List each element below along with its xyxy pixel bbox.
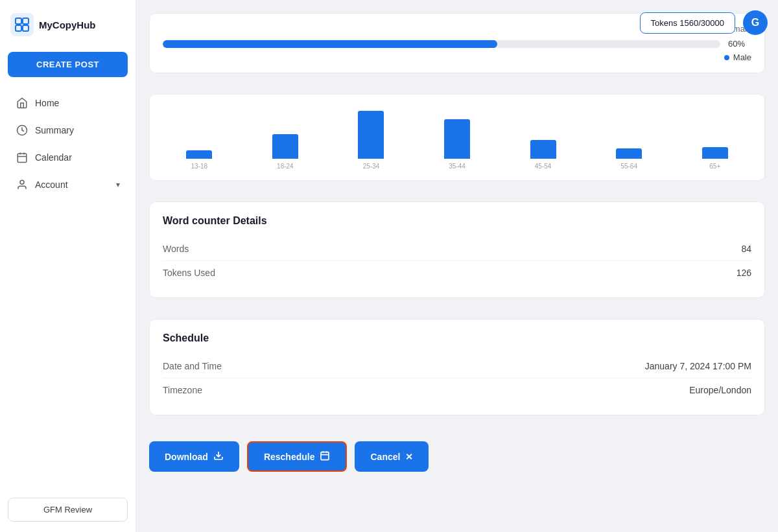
action-buttons: Download Reschedule Cancel [149,436,765,474]
sidebar-item-summary-label: Summary [35,125,74,135]
sidebar-item-home-label: Home [35,98,59,108]
main-content: Tokens 1560/30000 G Female 60% Male 13-1… [136,0,778,532]
timezone-label: Timezone [163,385,202,395]
bar-label: 45-54 [535,163,552,170]
home-icon [16,97,29,110]
bar-group: 25-34 [332,111,410,170]
bar-chart: 13-1818-2425-3435-4445-5455-6465+ [160,108,754,172]
cancel-icon: ✕ [405,452,413,462]
bar-label: 65+ [709,163,720,170]
calendar-icon [16,151,29,164]
tokens-used-label: Tokens Used [163,268,215,278]
bar-group: 18-24 [246,134,325,170]
header-right: Tokens 1560/30000 G [640,10,768,35]
progress-percentage: 60% [728,39,751,49]
bar [358,111,384,159]
bar-label: 55-64 [620,163,637,170]
bar-label: 25-34 [363,163,380,170]
sidebar-item-calendar[interactable]: Calendar [8,145,128,170]
svg-rect-2 [16,25,21,31]
bar-group: 45-54 [504,140,582,170]
chevron-down-icon: ▾ [116,180,120,189]
bar-label: 13-18 [191,163,208,170]
svg-rect-1 [23,18,29,24]
schedule-card: Schedule Date and Time January 7, 2024 1… [149,319,765,415]
tokens-used-value: 126 [737,268,751,278]
cancel-button[interactable]: Cancel ✕ [355,441,429,472]
sidebar-nav: Home Summary Calendar [8,90,128,199]
sidebar-bottom: GFM Review [8,498,128,522]
bar-group: 55-64 [590,148,668,170]
progress-bar-background [163,40,720,48]
timezone-row: Timezone Europe/London [163,378,751,402]
download-icon [213,450,224,463]
svg-rect-5 [18,154,27,163]
create-post-button[interactable]: CREATE POST [8,52,128,77]
words-value: 84 [741,244,751,254]
bar [530,140,556,159]
bar-group: 13-18 [160,150,239,170]
sidebar-item-account-label: Account [35,179,68,190]
logo-icon [10,13,34,36]
bar-label: 18-24 [277,163,294,170]
male-label: Male [733,52,751,62]
svg-rect-3 [23,25,29,31]
sidebar-item-calendar-label: Calendar [35,152,72,163]
account-icon [16,178,29,191]
avatar[interactable]: G [743,10,768,35]
bar [186,150,212,159]
tokens-badge: Tokens 1560/30000 [640,12,735,34]
bar [616,148,642,159]
sidebar-item-summary[interactable]: Summary [8,117,128,143]
reschedule-label: Reschedule [264,452,315,462]
age-chart-card: 13-1818-2425-3435-4445-5455-6465+ [149,94,765,181]
reschedule-button[interactable]: Reschedule [247,441,348,472]
logo-area: MyCopyHub [8,10,128,39]
date-time-row: Date and Time January 7, 2024 17:00 PM [163,354,751,378]
summary-icon [16,124,29,137]
tokens-used-row: Tokens Used 126 [163,261,751,284]
bar [272,134,298,159]
male-legend-dot [724,55,729,60]
word-counter-title: Word counter Details [163,215,751,227]
word-counter-card: Word counter Details Words 84 Tokens Use… [149,202,765,298]
sidebar-item-account[interactable]: Account ▾ [8,172,128,198]
download-button[interactable]: Download [149,441,239,472]
app-name: MyCopyHub [39,19,96,30]
male-legend: Male [163,52,751,62]
cancel-label: Cancel [370,452,400,462]
svg-rect-0 [16,18,21,24]
progress-bar-fill [163,40,497,48]
reschedule-icon [320,450,330,463]
sidebar: MyCopyHub CREATE POST Home Summary [0,0,136,532]
words-row: Words 84 [163,237,751,261]
date-time-label: Date and Time [163,361,222,371]
download-label: Download [165,452,208,462]
bar [702,147,728,159]
words-label: Words [163,244,189,254]
progress-bar-container: 60% [163,39,751,49]
bar-group: 35-44 [418,119,497,170]
bar-label: 35-44 [449,163,466,170]
date-time-value: January 7, 2024 17:00 PM [645,361,751,371]
timezone-value: Europe/London [689,385,751,395]
sidebar-item-home[interactable]: Home [8,90,128,116]
svg-rect-11 [321,452,329,460]
bar [444,119,470,159]
schedule-title: Schedule [163,332,751,344]
bar-group: 65+ [676,147,754,170]
gfm-review-button[interactable]: GFM Review [8,498,128,522]
svg-point-9 [20,180,24,184]
